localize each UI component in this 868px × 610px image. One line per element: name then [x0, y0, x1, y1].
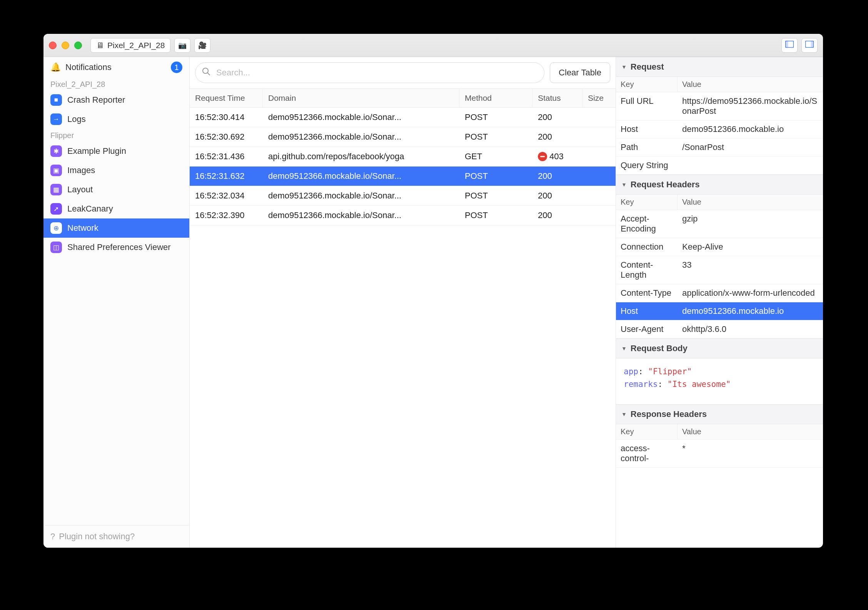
sidebar-item-icon: →	[50, 113, 62, 125]
svg-line-5	[208, 73, 210, 75]
sidebar-item-label: Logs	[67, 114, 86, 124]
table-row[interactable]: 16:52:30.414demo9512366.mockable.io/Sona…	[190, 108, 616, 127]
kv-row[interactable]: Content-Length33	[616, 256, 823, 284]
col-method[interactable]: Method	[459, 89, 532, 107]
kv-value: application/x-www-form-urlencoded	[678, 284, 823, 302]
sidebar-item-icon: ▣	[50, 165, 62, 176]
sidebar-item-label: Shared Preferences Viewer	[67, 242, 171, 252]
table-header: Request Time Domain Method Status Size	[190, 89, 616, 108]
cell-size	[583, 167, 616, 186]
sidebar-item[interactable]: ▦Layout	[43, 180, 189, 199]
window-zoom[interactable]	[74, 42, 82, 49]
sidebar-item[interactable]: ✱Example Plugin	[43, 142, 189, 161]
record-button[interactable]: 🎥	[194, 38, 210, 53]
kv-value: gzip	[678, 210, 823, 238]
screenshot-button[interactable]: 📷	[174, 38, 190, 53]
table-row[interactable]: 16:52:30.692demo9512366.mockable.io/Sona…	[190, 127, 616, 147]
sidebar-footer[interactable]: ? Plugin not showing?	[43, 525, 189, 548]
cell-status: 200	[532, 108, 583, 127]
cell-method: POST	[459, 127, 532, 147]
cell-domain: demo9512366.mockable.io/Sonar...	[263, 206, 459, 225]
kv-key: Host	[616, 120, 678, 138]
cell-size	[583, 108, 616, 127]
kv-key-label: Key	[616, 77, 678, 92]
cell-time: 16:52:31.632	[190, 167, 263, 186]
kv-row[interactable]: Hostdemo9512366.mockable.io	[616, 120, 823, 138]
table-row[interactable]: 16:52:31.436api.github.com/repos/faceboo…	[190, 147, 616, 167]
col-time[interactable]: Request Time	[190, 89, 263, 107]
sidebar-item-icon: ▦	[50, 184, 62, 195]
chevron-down-icon: ▼	[621, 182, 627, 188]
sidebar: 🔔 Notifications 1 Pixel_2_API_28■Crash R…	[43, 57, 190, 548]
panel-left-icon	[785, 41, 794, 50]
cell-status: 200	[532, 206, 583, 225]
sidebar-item[interactable]: ■Crash Reporter	[43, 90, 189, 110]
sidebar-item[interactable]: ◫Shared Preferences Viewer	[43, 238, 189, 257]
kv-key: Accept-Encoding	[616, 210, 678, 238]
kv-row[interactable]: User-Agentokhttp/3.6.0	[616, 320, 823, 338]
layout-left-button[interactable]	[781, 38, 798, 53]
table-row[interactable]: 16:52:32.390demo9512366.mockable.io/Sona…	[190, 206, 616, 225]
kv-row[interactable]: Hostdemo9512366.mockable.io	[616, 302, 823, 320]
sidebar-item[interactable]: ➚LeakCanary	[43, 199, 189, 218]
svg-rect-3	[811, 41, 814, 48]
table-row[interactable]: 16:52:32.034demo9512366.mockable.io/Sona…	[190, 186, 616, 206]
search-wrap	[195, 62, 544, 83]
window-minimize[interactable]	[62, 42, 69, 49]
sidebar-item[interactable]: →Logs	[43, 110, 189, 129]
notifications-row[interactable]: 🔔 Notifications 1	[43, 57, 189, 78]
table-row[interactable]: 16:52:31.632demo9512366.mockable.io/Sona…	[190, 167, 616, 186]
svg-rect-1	[786, 41, 788, 48]
kv-key: User-Agent	[616, 320, 678, 338]
cell-status: 200	[532, 186, 583, 205]
request-headers-kv-head: Key Value	[616, 195, 823, 210]
search-input[interactable]	[195, 62, 544, 83]
cell-method: POST	[459, 186, 532, 205]
help-icon: ?	[50, 532, 55, 542]
kv-row[interactable]: Accept-Encodinggzip	[616, 210, 823, 238]
kv-value: 33	[678, 256, 823, 284]
kv-row[interactable]: Full URLhttps://demo9512366.mockable.io/…	[616, 92, 823, 120]
details-panel: ▼ Request Key Value Full URLhttps://demo…	[616, 57, 823, 548]
cell-method: POST	[459, 108, 532, 127]
kv-value: /SonarPost	[678, 138, 823, 156]
main-panel: Clear Table Request Time Domain Method S…	[190, 57, 616, 548]
kv-row[interactable]: access-control-*	[616, 440, 823, 468]
sidebar-item-label: Layout	[67, 185, 93, 195]
cell-time: 16:52:31.436	[190, 147, 263, 166]
col-status[interactable]: Status	[532, 89, 583, 107]
kv-value: demo9512366.mockable.io	[678, 120, 823, 138]
sidebar-footer-text: Plugin not showing?	[59, 532, 135, 542]
device-chip[interactable]: 🖥 Pixel_2_API_28	[90, 38, 170, 53]
kv-value: demo9512366.mockable.io	[678, 302, 823, 320]
sidebar-item-label: Example Plugin	[67, 146, 126, 156]
kv-key: Path	[616, 138, 678, 156]
window-close[interactable]	[49, 42, 57, 49]
cell-domain: demo9512366.mockable.io/Sonar...	[263, 108, 459, 127]
layout-right-button[interactable]	[801, 38, 818, 53]
sidebar-item[interactable]: ⊕Network	[43, 218, 189, 238]
response-headers-kv-head: Key Value	[616, 424, 823, 440]
section-request-headers[interactable]: ▼ Request Headers	[616, 175, 823, 195]
col-domain[interactable]: Domain	[263, 89, 459, 107]
chevron-down-icon: ▼	[621, 345, 627, 352]
clear-table-button[interactable]: Clear Table	[550, 62, 610, 83]
kv-row[interactable]: ConnectionKeep-Alive	[616, 238, 823, 256]
table-body: 16:52:30.414demo9512366.mockable.io/Sona…	[190, 108, 616, 225]
sidebar-item-icon: ✱	[50, 145, 62, 157]
chevron-down-icon: ▼	[621, 64, 627, 70]
section-request-body-title: Request Body	[631, 343, 688, 353]
sidebar-group-label: Flipper	[43, 129, 189, 142]
col-size[interactable]: Size	[583, 89, 616, 107]
video-icon: 🎥	[198, 41, 207, 50]
section-request-body[interactable]: ▼ Request Body	[616, 338, 823, 358]
cell-method: POST	[459, 206, 532, 225]
kv-key-label: Key	[616, 424, 678, 439]
section-request[interactable]: ▼ Request	[616, 57, 823, 77]
sidebar-item[interactable]: ▣Images	[43, 161, 189, 180]
kv-row[interactable]: Query String	[616, 157, 823, 175]
chevron-down-icon: ▼	[621, 411, 627, 417]
kv-row[interactable]: Path/SonarPost	[616, 138, 823, 157]
kv-row[interactable]: Content-Typeapplication/x-www-form-urlen…	[616, 284, 823, 302]
section-response-headers[interactable]: ▼ Response Headers	[616, 404, 823, 424]
